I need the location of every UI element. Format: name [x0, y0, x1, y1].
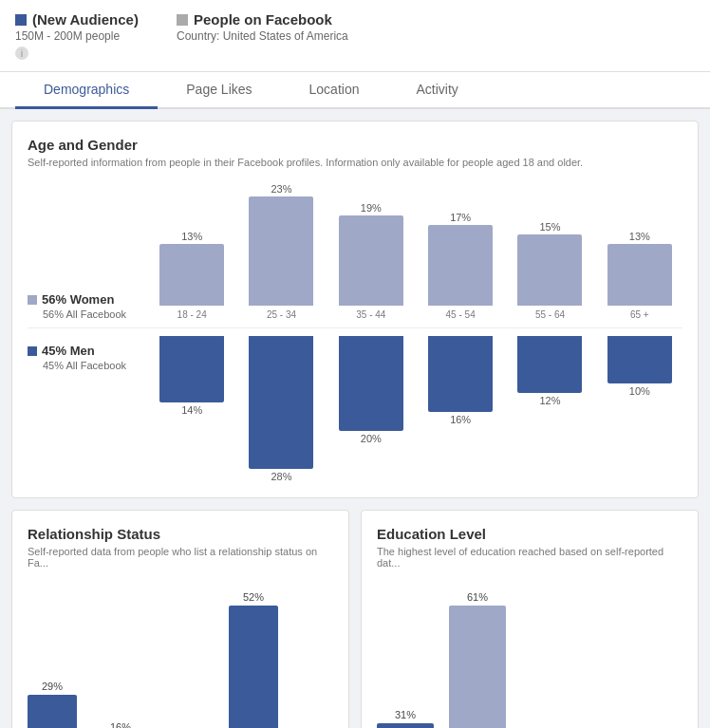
new-audience-square-icon — [15, 14, 27, 26]
men-bar-rect — [428, 336, 493, 412]
relationship-title: Relationship Status — [28, 526, 333, 542]
education-bar-item: 61% College +0% — [449, 591, 506, 728]
men-bar-group: 20% — [339, 336, 403, 444]
women-bar-label: 45 - 54 — [446, 309, 476, 320]
men-bar-pct: 12% — [539, 395, 560, 406]
women-bar-pct: 15% — [539, 221, 560, 233]
women-label-block: 56% Women 56% All Facebook — [28, 292, 141, 320]
men-legend: 45% Men — [28, 344, 141, 358]
edu-bar-val: 31% — [395, 709, 416, 720]
women-bar-group: 13% 65 + — [607, 231, 672, 320]
main-content: Age and Gender Self-reported information… — [0, 109, 710, 728]
age-gender-subtitle: Self-reported information from people in… — [28, 157, 682, 168]
women-bar-group: 23% 25 - 34 — [249, 183, 313, 320]
people-on-facebook-block: People on Facebook Country: United State… — [177, 11, 348, 43]
age-gender-card: Age and Gender Self-reported information… — [11, 121, 699, 498]
relationship-bar-item: 16% In a Relationship +0% — [92, 721, 149, 728]
men-label-block: 45% Men 45% All Facebook — [28, 344, 141, 371]
women-bar-rect — [428, 225, 493, 306]
men-legend-icon — [28, 346, 37, 356]
pof-title: People on Facebook — [194, 11, 332, 28]
rel-bar-rect — [28, 695, 77, 728]
men-bar-pct: 28% — [271, 471, 291, 482]
new-audience-count: 150M - 200M people — [15, 29, 139, 43]
education-subtitle: The highest level of education reached b… — [377, 546, 682, 569]
edu-bar-rect — [449, 606, 506, 728]
women-bar-label: 65 + — [630, 309, 649, 320]
rel-bar-val: 52% — [243, 591, 264, 603]
women-bar-pct: 17% — [450, 212, 471, 223]
women-legend: 56% Women — [28, 292, 141, 307]
relationship-bar-item: 29% Single +0% — [28, 681, 77, 728]
women-pct-label: 56% Women — [42, 292, 114, 307]
women-bar-pct: 23% — [271, 183, 291, 195]
men-bar-pct: 16% — [450, 414, 471, 425]
women-bar-pct: 19% — [361, 202, 382, 214]
relationship-bar-item: 52% Married +0% — [229, 591, 278, 728]
men-bar-rect — [517, 336, 582, 393]
education-title: Education Level — [377, 526, 682, 542]
new-audience-block: (New Audience) 150M - 200M people i — [15, 11, 139, 60]
men-bar-group: 12% — [517, 336, 582, 406]
women-bar-group: 17% 45 - 54 — [428, 212, 493, 320]
gender-divider — [28, 327, 682, 328]
age-gender-title: Age and Gender — [28, 137, 682, 153]
women-bar-group: 15% 55 - 64 — [517, 221, 582, 320]
people-on-facebook-label: People on Facebook — [177, 11, 348, 28]
pof-square-icon — [177, 14, 188, 26]
tabs-bar: Demographics Page Likes Location Activit… — [0, 72, 710, 109]
women-bar-rect — [249, 196, 313, 306]
relationship-subtitle: Self-reported data from people who list … — [28, 546, 333, 569]
women-sub-label: 56% All Facebook — [28, 308, 141, 320]
men-sub-label: 45% All Facebook — [28, 360, 141, 371]
men-bar-pct: 10% — [629, 385, 650, 397]
edu-bar-val: 61% — [467, 591, 488, 603]
women-bar-label: 18 - 24 — [178, 309, 207, 320]
men-bar-rect — [159, 336, 224, 402]
education-bar-item: 31% High School +0% — [377, 709, 434, 728]
relationship-card: Relationship Status Self-reported data f… — [11, 510, 349, 728]
new-audience-info-icon[interactable]: i — [15, 47, 28, 60]
men-bar-rect — [339, 336, 403, 431]
men-bar-pct: 14% — [181, 404, 202, 416]
tab-page-likes[interactable]: Page Likes — [158, 72, 280, 109]
new-audience-label: (New Audience) — [15, 11, 139, 28]
women-bar-label: 35 - 44 — [356, 309, 385, 320]
men-pct-label: 45% Men — [42, 344, 95, 358]
men-row: 45% Men 45% All Facebook 14% 28% 20% 16%… — [28, 336, 682, 482]
women-bar-rect — [607, 244, 672, 306]
education-card: Education Level The highest level of edu… — [361, 510, 699, 728]
header: (New Audience) 150M - 200M people i Peop… — [0, 0, 710, 72]
women-bar-rect — [517, 234, 582, 306]
women-bar-label: 25 - 34 — [267, 309, 296, 320]
men-bar-group: 10% — [607, 336, 672, 397]
men-bar-rect — [249, 336, 313, 469]
education-chart: 31% High School +0% 61% College +0% 8% G… — [377, 584, 682, 728]
new-audience-title: (New Audience) — [32, 11, 139, 28]
tab-demographics[interactable]: Demographics — [15, 72, 158, 109]
rel-bar-rect — [229, 606, 278, 728]
bottom-row: Relationship Status Self-reported data f… — [11, 510, 699, 728]
tab-location[interactable]: Location — [281, 72, 388, 109]
women-bar-group: 19% 35 - 44 — [339, 202, 403, 320]
rel-bar-val: 29% — [42, 681, 63, 692]
women-bar-rect — [339, 215, 403, 306]
men-bars: 14% 28% 20% 16% 12% 10% — [149, 336, 682, 482]
women-bar-rect — [159, 244, 224, 306]
women-bar-pct: 13% — [629, 231, 650, 242]
men-bar-pct: 20% — [361, 433, 382, 444]
women-bars: 13% 18 - 24 23% 25 - 34 19% 35 - 44 17% … — [149, 183, 682, 320]
men-bar-group: 14% — [159, 336, 224, 416]
men-bar-rect — [607, 336, 672, 383]
women-bar-label: 55 - 64 — [535, 309, 565, 320]
women-legend-icon — [28, 295, 37, 305]
edu-bar-rect — [377, 723, 434, 728]
pof-country: Country: United States of America — [177, 29, 348, 43]
women-bar-group: 13% 18 - 24 — [159, 231, 224, 320]
men-bar-group: 16% — [428, 336, 493, 425]
tab-activity[interactable]: Activity — [387, 72, 486, 109]
men-bar-group: 28% — [249, 336, 313, 482]
relationship-chart: 29% Single +0% 16% In a Relationship +0%… — [28, 584, 333, 728]
women-bar-pct: 13% — [181, 231, 202, 242]
women-row: 56% Women 56% All Facebook 13% 18 - 24 2… — [28, 183, 682, 320]
